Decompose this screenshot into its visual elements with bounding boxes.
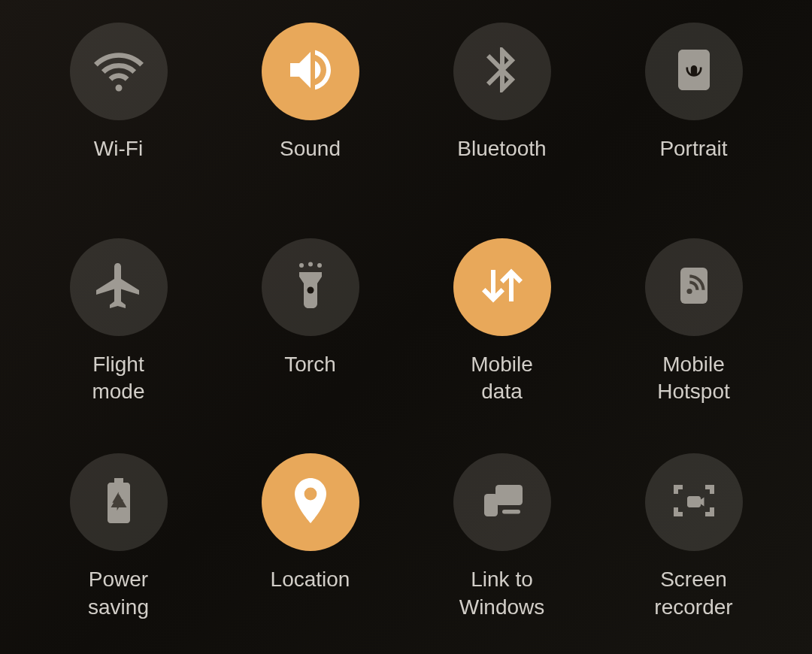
torch-circle	[262, 238, 359, 336]
bluetooth-label: Bluetooth	[457, 135, 546, 162]
torch-label: Torch	[284, 351, 335, 378]
bluetooth-circle	[453, 23, 551, 120]
link-windows-label: Link to Windows	[459, 566, 545, 621]
mobile-hotspot-label: Mobile Hotspot	[657, 351, 730, 406]
bluetooth-icon	[475, 43, 529, 100]
hotspot-icon	[667, 259, 721, 316]
location-circle	[262, 453, 359, 551]
screen-recorder-label: Screen recorder	[654, 566, 732, 621]
wifi-circle	[70, 23, 168, 120]
power-saving-icon	[92, 474, 146, 531]
portrait-icon	[667, 43, 721, 100]
mobile-data-tile[interactable]: Mobile data	[414, 238, 590, 424]
sound-label: Sound	[280, 135, 341, 162]
svg-point-2	[308, 262, 313, 266]
screen-recorder-icon	[667, 474, 721, 531]
portrait-label: Portrait	[659, 135, 727, 162]
mobile-data-label: Mobile data	[471, 351, 532, 406]
svg-point-3	[317, 263, 322, 268]
link-windows-tile[interactable]: Link to Windows	[414, 453, 590, 639]
mobile-hotspot-circle	[645, 238, 743, 336]
torch-tile[interactable]: Torch	[222, 238, 398, 424]
svg-point-1	[299, 263, 304, 268]
portrait-tile[interactable]: Portrait	[605, 23, 782, 208]
svg-rect-8	[495, 485, 523, 505]
link-windows-circle	[453, 453, 551, 551]
location-label: Location	[271, 566, 350, 593]
mobile-data-icon	[475, 259, 529, 316]
flight-mode-tile[interactable]: Flight mode	[30, 238, 207, 424]
location-icon	[283, 474, 338, 531]
flight-mode-label: Flight mode	[92, 351, 144, 406]
svg-rect-9	[502, 510, 520, 513]
svg-point-6	[686, 289, 692, 294]
bluetooth-tile[interactable]: Bluetooth	[414, 23, 590, 208]
power-saving-tile[interactable]: Power saving	[30, 453, 207, 639]
svg-point-7	[304, 488, 317, 501]
mobile-hotspot-tile[interactable]: Mobile Hotspot	[605, 238, 782, 424]
sound-icon	[283, 43, 338, 100]
power-saving-circle	[70, 453, 168, 551]
wifi-tile[interactable]: Wi-Fi	[30, 23, 207, 208]
mobile-data-circle	[453, 238, 551, 336]
wifi-label: Wi-Fi	[94, 135, 143, 162]
portrait-circle	[645, 23, 743, 120]
sound-circle	[262, 23, 359, 120]
svg-point-4	[307, 286, 314, 293]
torch-icon	[283, 259, 338, 316]
wifi-icon	[92, 43, 146, 100]
flight-mode-circle	[70, 238, 168, 336]
sound-tile[interactable]: Sound	[222, 23, 398, 208]
airplane-icon	[92, 259, 146, 316]
quick-settings-grid: Wi-Fi Sound Bluetooth Portrait	[0, 0, 812, 654]
power-saving-label: Power saving	[88, 566, 149, 621]
location-tile[interactable]: Location	[222, 453, 398, 639]
screen-recorder-circle	[645, 453, 743, 551]
link-windows-icon	[475, 474, 529, 531]
screen-recorder-tile[interactable]: Screen recorder	[605, 453, 782, 639]
svg-rect-10	[484, 494, 498, 516]
